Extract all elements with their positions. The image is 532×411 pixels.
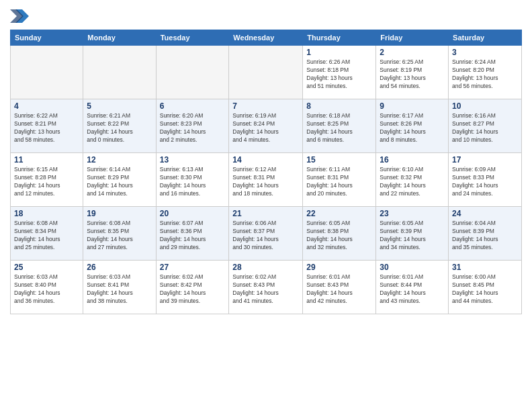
calendar-day-10: 10Sunrise: 6:16 AM Sunset: 8:27 PM Dayli… xyxy=(449,99,522,153)
day-number: 9 xyxy=(380,101,445,111)
day-info: Sunrise: 6:18 AM Sunset: 8:25 PM Dayligh… xyxy=(306,112,372,144)
day-info: Sunrise: 6:02 AM Sunset: 8:43 PM Dayligh… xyxy=(232,273,299,306)
day-number: 26 xyxy=(87,263,152,272)
weekday-header-thursday: Thursday xyxy=(303,30,376,46)
weekday-header-friday: Friday xyxy=(376,30,449,46)
day-number: 19 xyxy=(87,209,152,218)
day-number: 4 xyxy=(14,101,79,111)
calendar-day-22: 22Sunrise: 6:05 AM Sunset: 8:38 PM Dayli… xyxy=(303,207,376,261)
header xyxy=(10,7,522,26)
calendar-day-2: 2Sunrise: 6:25 AM Sunset: 8:19 PM Daylig… xyxy=(376,46,449,99)
weekday-header-monday: Monday xyxy=(83,30,156,46)
calendar-day-8: 8Sunrise: 6:18 AM Sunset: 8:25 PM Daylig… xyxy=(303,99,376,153)
calendar-day-9: 9Sunrise: 6:17 AM Sunset: 8:26 PM Daylig… xyxy=(376,99,449,153)
calendar-day-16: 16Sunrise: 6:10 AM Sunset: 8:32 PM Dayli… xyxy=(376,153,449,207)
weekday-header-tuesday: Tuesday xyxy=(156,30,229,46)
day-info: Sunrise: 6:09 AM Sunset: 8:33 PM Dayligh… xyxy=(452,166,518,198)
calendar-day-30: 30Sunrise: 6:01 AM Sunset: 8:44 PM Dayli… xyxy=(376,261,449,314)
day-number: 14 xyxy=(232,155,299,165)
day-info: Sunrise: 6:17 AM Sunset: 8:26 PM Dayligh… xyxy=(380,112,445,144)
day-number: 23 xyxy=(380,209,445,218)
day-number: 15 xyxy=(306,155,372,165)
calendar-empty-cell xyxy=(11,46,83,99)
day-number: 27 xyxy=(160,263,226,272)
weekday-header-row: SundayMondayTuesdayWednesdayThursdayFrid… xyxy=(11,30,522,46)
calendar-day-12: 12Sunrise: 6:14 AM Sunset: 8:29 PM Dayli… xyxy=(83,153,156,207)
calendar-day-29: 29Sunrise: 6:01 AM Sunset: 8:43 PM Dayli… xyxy=(303,261,376,314)
day-info: Sunrise: 6:20 AM Sunset: 8:23 PM Dayligh… xyxy=(160,112,226,144)
calendar-day-19: 19Sunrise: 6:08 AM Sunset: 8:35 PM Dayli… xyxy=(83,207,156,261)
day-number: 12 xyxy=(87,155,152,165)
day-number: 13 xyxy=(160,155,226,165)
calendar-week-row: 11Sunrise: 6:15 AM Sunset: 8:28 PM Dayli… xyxy=(11,153,522,207)
day-number: 20 xyxy=(160,209,226,218)
day-number: 28 xyxy=(232,263,299,272)
calendar-day-23: 23Sunrise: 6:05 AM Sunset: 8:39 PM Dayli… xyxy=(376,207,449,261)
calendar-day-13: 13Sunrise: 6:13 AM Sunset: 8:30 PM Dayli… xyxy=(156,153,229,207)
day-info: Sunrise: 6:05 AM Sunset: 8:39 PM Dayligh… xyxy=(380,220,445,252)
day-number: 6 xyxy=(160,101,226,111)
day-info: Sunrise: 6:01 AM Sunset: 8:43 PM Dayligh… xyxy=(306,273,372,306)
calendar-day-31: 31Sunrise: 6:00 AM Sunset: 8:45 PM Dayli… xyxy=(449,261,522,314)
calendar-empty-cell xyxy=(156,46,229,99)
day-number: 31 xyxy=(452,263,518,272)
calendar-day-20: 20Sunrise: 6:07 AM Sunset: 8:36 PM Dayli… xyxy=(156,207,229,261)
calendar-day-25: 25Sunrise: 6:03 AM Sunset: 8:40 PM Dayli… xyxy=(11,261,83,314)
day-info: Sunrise: 6:02 AM Sunset: 8:42 PM Dayligh… xyxy=(160,273,226,306)
calendar-day-26: 26Sunrise: 6:03 AM Sunset: 8:41 PM Dayli… xyxy=(83,261,156,314)
day-number: 3 xyxy=(452,48,518,57)
day-info: Sunrise: 6:24 AM Sunset: 8:20 PM Dayligh… xyxy=(452,58,518,91)
calendar-day-14: 14Sunrise: 6:12 AM Sunset: 8:31 PM Dayli… xyxy=(229,153,303,207)
calendar-week-row: 1Sunrise: 6:26 AM Sunset: 8:18 PM Daylig… xyxy=(11,46,522,99)
calendar-day-3: 3Sunrise: 6:24 AM Sunset: 8:20 PM Daylig… xyxy=(449,46,522,99)
day-info: Sunrise: 6:05 AM Sunset: 8:38 PM Dayligh… xyxy=(306,220,372,252)
calendar-empty-cell xyxy=(83,46,156,99)
day-info: Sunrise: 6:16 AM Sunset: 8:27 PM Dayligh… xyxy=(452,112,518,144)
day-info: Sunrise: 6:12 AM Sunset: 8:31 PM Dayligh… xyxy=(232,166,299,198)
calendar-empty-cell xyxy=(229,46,303,99)
logo-icon xyxy=(10,7,29,26)
day-number: 5 xyxy=(87,101,152,111)
day-info: Sunrise: 6:03 AM Sunset: 8:41 PM Dayligh… xyxy=(87,273,152,306)
calendar-day-1: 1Sunrise: 6:26 AM Sunset: 8:18 PM Daylig… xyxy=(303,46,376,99)
day-info: Sunrise: 6:10 AM Sunset: 8:32 PM Dayligh… xyxy=(380,166,445,198)
page: SundayMondayTuesdayWednesdayThursdayFrid… xyxy=(0,0,532,321)
day-info: Sunrise: 6:00 AM Sunset: 8:45 PM Dayligh… xyxy=(452,273,518,306)
day-number: 22 xyxy=(306,209,372,218)
day-number: 30 xyxy=(380,263,445,272)
day-info: Sunrise: 6:21 AM Sunset: 8:22 PM Dayligh… xyxy=(87,112,152,144)
calendar-day-24: 24Sunrise: 6:04 AM Sunset: 8:39 PM Dayli… xyxy=(449,207,522,261)
calendar-week-row: 4Sunrise: 6:22 AM Sunset: 8:21 PM Daylig… xyxy=(11,99,522,153)
day-info: Sunrise: 6:06 AM Sunset: 8:37 PM Dayligh… xyxy=(232,220,299,252)
day-info: Sunrise: 6:07 AM Sunset: 8:36 PM Dayligh… xyxy=(160,220,226,252)
day-info: Sunrise: 6:03 AM Sunset: 8:40 PM Dayligh… xyxy=(14,273,79,306)
weekday-header-saturday: Saturday xyxy=(449,30,522,46)
day-info: Sunrise: 6:11 AM Sunset: 8:31 PM Dayligh… xyxy=(306,166,372,198)
day-number: 2 xyxy=(380,48,445,57)
weekday-header-wednesday: Wednesday xyxy=(229,30,303,46)
calendar-day-27: 27Sunrise: 6:02 AM Sunset: 8:42 PM Dayli… xyxy=(156,261,229,314)
calendar-day-17: 17Sunrise: 6:09 AM Sunset: 8:33 PM Dayli… xyxy=(449,153,522,207)
day-number: 11 xyxy=(14,155,79,165)
calendar-day-5: 5Sunrise: 6:21 AM Sunset: 8:22 PM Daylig… xyxy=(83,99,156,153)
calendar-week-row: 18Sunrise: 6:08 AM Sunset: 8:34 PM Dayli… xyxy=(11,207,522,261)
day-number: 16 xyxy=(380,155,445,165)
day-info: Sunrise: 6:01 AM Sunset: 8:44 PM Dayligh… xyxy=(380,273,445,306)
calendar-day-21: 21Sunrise: 6:06 AM Sunset: 8:37 PM Dayli… xyxy=(229,207,303,261)
calendar-day-6: 6Sunrise: 6:20 AM Sunset: 8:23 PM Daylig… xyxy=(156,99,229,153)
calendar-day-4: 4Sunrise: 6:22 AM Sunset: 8:21 PM Daylig… xyxy=(11,99,83,153)
day-number: 29 xyxy=(306,263,372,272)
day-info: Sunrise: 6:25 AM Sunset: 8:19 PM Dayligh… xyxy=(380,58,445,91)
calendar-day-15: 15Sunrise: 6:11 AM Sunset: 8:31 PM Dayli… xyxy=(303,153,376,207)
day-info: Sunrise: 6:14 AM Sunset: 8:29 PM Dayligh… xyxy=(87,166,152,198)
day-number: 7 xyxy=(232,101,299,111)
day-info: Sunrise: 6:04 AM Sunset: 8:39 PM Dayligh… xyxy=(452,220,518,252)
logo xyxy=(10,7,32,26)
day-number: 21 xyxy=(232,209,299,218)
calendar-week-row: 25Sunrise: 6:03 AM Sunset: 8:40 PM Dayli… xyxy=(11,261,522,314)
day-number: 10 xyxy=(452,101,518,111)
weekday-header-sunday: Sunday xyxy=(11,30,83,46)
day-number: 17 xyxy=(452,155,518,165)
day-info: Sunrise: 6:26 AM Sunset: 8:18 PM Dayligh… xyxy=(306,58,372,91)
day-number: 24 xyxy=(452,209,518,218)
